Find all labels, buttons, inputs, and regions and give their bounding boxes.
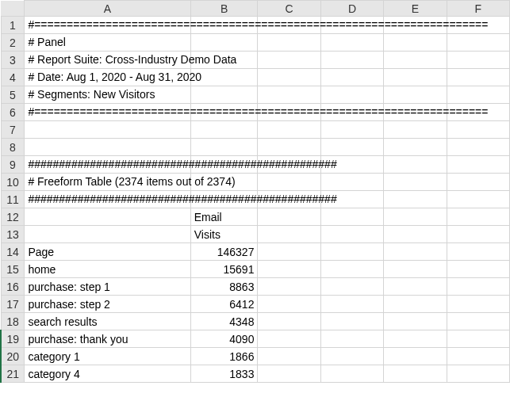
cell-B12[interactable]: Email (190, 208, 258, 226)
row-header-7[interactable]: 7 (1, 121, 25, 139)
cell-E6[interactable] (384, 104, 447, 121)
cell-B15[interactable]: 15691 (190, 261, 258, 278)
col-header-B[interactable]: B (190, 1, 258, 17)
cell-E9[interactable] (384, 156, 447, 174)
row-header-20[interactable]: 20 (1, 348, 25, 365)
row-header-2[interactable]: 2 (1, 34, 25, 52)
cell-C15[interactable] (258, 261, 320, 278)
cell-C21[interactable] (258, 365, 320, 383)
cell-A17[interactable]: purchase: step 2 (25, 296, 190, 313)
cell-B16[interactable]: 8863 (190, 278, 258, 296)
cell-F7[interactable] (447, 121, 509, 139)
cell-A10[interactable]: # Freeform Table (2374 items out of 2374… (25, 174, 190, 191)
cell-F14[interactable] (447, 243, 509, 261)
cell-A2[interactable]: # Panel (25, 34, 190, 52)
cell-A1[interactable]: #=======================================… (25, 17, 190, 34)
cell-A20[interactable]: category 1 (25, 348, 190, 365)
cell-C8[interactable] (258, 139, 320, 156)
cell-F17[interactable] (447, 296, 509, 313)
cell-D20[interactable] (320, 348, 383, 365)
row-header-13[interactable]: 13 (1, 226, 25, 243)
cell-A16[interactable]: purchase: step 1 (25, 278, 190, 296)
cell-A15[interactable]: home (25, 261, 190, 278)
row-header-9[interactable]: 9 (1, 156, 25, 174)
cell-E20[interactable] (384, 348, 447, 365)
cell-D17[interactable] (320, 296, 383, 313)
cell-B4[interactable] (190, 69, 258, 86)
cell-E17[interactable] (384, 296, 447, 313)
cell-C4[interactable] (258, 69, 320, 86)
cell-F1[interactable] (447, 17, 509, 34)
cell-F13[interactable] (447, 226, 509, 243)
cell-C2[interactable] (258, 34, 320, 52)
row-header-10[interactable]: 10 (1, 174, 25, 191)
row-header-19[interactable]: 19 (1, 330, 25, 348)
cell-D6[interactable] (320, 104, 383, 121)
cell-B8[interactable] (190, 139, 258, 156)
row-header-11[interactable]: 11 (1, 191, 25, 208)
cell-E10[interactable] (384, 174, 447, 191)
cell-C14[interactable] (258, 243, 320, 261)
cell-A3[interactable]: # Report Suite: Cross-Industry Demo Data (25, 52, 190, 69)
cell-C13[interactable] (258, 226, 320, 243)
cell-C7[interactable] (258, 121, 320, 139)
cell-D18[interactable] (320, 313, 383, 330)
cell-D13[interactable] (320, 226, 383, 243)
cell-D2[interactable] (320, 34, 383, 52)
cell-E12[interactable] (384, 208, 447, 226)
cell-A6[interactable]: #=======================================… (25, 104, 190, 121)
cell-F8[interactable] (447, 139, 509, 156)
cell-B20[interactable]: 1866 (190, 348, 258, 365)
cell-C3[interactable] (258, 52, 320, 69)
row-header-3[interactable]: 3 (1, 52, 25, 69)
cell-B6[interactable] (190, 104, 258, 121)
cell-F2[interactable] (447, 34, 509, 52)
cell-B1[interactable] (190, 17, 258, 34)
cell-C1[interactable] (258, 17, 320, 34)
cell-F6[interactable] (447, 104, 509, 121)
col-header-A[interactable]: A (25, 1, 190, 17)
cell-C18[interactable] (258, 313, 320, 330)
cell-F5[interactable] (447, 86, 509, 104)
cell-B10[interactable] (190, 174, 258, 191)
row-header-18[interactable]: 18 (1, 313, 25, 330)
cell-B18[interactable]: 4348 (190, 313, 258, 330)
cell-A21[interactable]: category 4 (25, 365, 190, 383)
cell-F18[interactable] (447, 313, 509, 330)
col-header-D[interactable]: D (320, 1, 383, 17)
cell-A18[interactable]: search results (25, 313, 190, 330)
cell-D5[interactable] (320, 86, 383, 104)
cell-D9[interactable] (320, 156, 383, 174)
cell-A11[interactable]: ########################################… (25, 191, 190, 208)
row-header-12[interactable]: 12 (1, 208, 25, 226)
cell-D15[interactable] (320, 261, 383, 278)
cell-F3[interactable] (447, 52, 509, 69)
cell-F4[interactable] (447, 69, 509, 86)
cell-E4[interactable] (384, 69, 447, 86)
cell-D12[interactable] (320, 208, 383, 226)
cell-B11[interactable] (190, 191, 258, 208)
cell-A8[interactable] (25, 139, 190, 156)
cell-B19[interactable]: 4090 (190, 330, 258, 348)
cell-D21[interactable] (320, 365, 383, 383)
select-all-corner[interactable] (1, 1, 25, 17)
cell-F19[interactable] (447, 330, 509, 348)
row-header-5[interactable]: 5 (1, 86, 25, 104)
cell-F21[interactable] (447, 365, 509, 383)
cell-E11[interactable] (384, 191, 447, 208)
cell-F10[interactable] (447, 174, 509, 191)
cell-C10[interactable] (258, 174, 320, 191)
cell-E15[interactable] (384, 261, 447, 278)
row-header-6[interactable]: 6 (1, 104, 25, 121)
cell-C12[interactable] (258, 208, 320, 226)
cell-E8[interactable] (384, 139, 447, 156)
cell-A5[interactable]: # Segments: New Visitors (25, 86, 190, 104)
cell-A9[interactable]: ########################################… (25, 156, 190, 174)
cell-E14[interactable] (384, 243, 447, 261)
cell-B17[interactable]: 6412 (190, 296, 258, 313)
cell-B14[interactable]: 146327 (190, 243, 258, 261)
cell-E3[interactable] (384, 52, 447, 69)
row-header-4[interactable]: 4 (1, 69, 25, 86)
cell-D3[interactable] (320, 52, 383, 69)
cell-B21[interactable]: 1833 (190, 365, 258, 383)
